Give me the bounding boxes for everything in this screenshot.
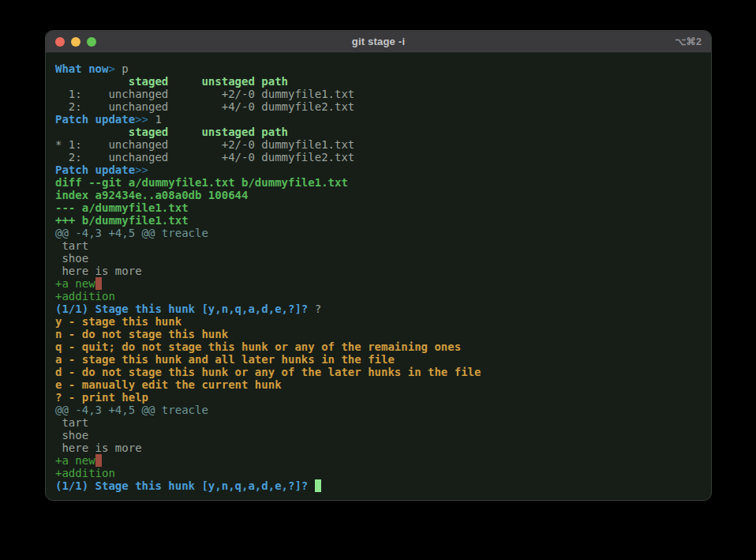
terminal-line: tart bbox=[55, 416, 703, 429]
terminal-output[interactable]: What now> p staged unstaged path 1: unch… bbox=[46, 53, 711, 500]
terminal-text: @@ -4,3 +4,5 @@ treacle bbox=[55, 404, 208, 416]
terminal-text: +++ b/dummyfile1.txt bbox=[55, 214, 189, 227]
terminal-text: +a new bbox=[55, 454, 95, 467]
terminal-line: q - quit; do not stage this hunk or any … bbox=[55, 340, 703, 353]
terminal-text: @@ -4,3 +4,5 @@ treacle bbox=[55, 227, 208, 239]
terminal-text: 2: unchanged +4/-0 dummyfile2.txt bbox=[55, 100, 354, 113]
terminal-text: --- a/dummyfile1.txt bbox=[55, 201, 189, 214]
terminal-text: 2: unchanged +4/-0 dummyfile2.txt bbox=[55, 151, 354, 163]
terminal-text: ? bbox=[315, 303, 321, 315]
terminal-line: +a new bbox=[55, 277, 703, 290]
terminal-text: * 1: unchanged +2/-0 dummyfile1.txt bbox=[55, 138, 354, 151]
terminal-line: tart bbox=[55, 239, 703, 252]
terminal-line: +a new bbox=[55, 454, 703, 467]
terminal-line: Patch update>> 1 bbox=[55, 113, 703, 126]
terminal-text: index a92434e..a08a0db 100644 bbox=[55, 189, 248, 201]
terminal-text: (1/1) Stage this hunk [y,n,q,a,d,e,?]? bbox=[55, 303, 315, 315]
terminal-text: here is more bbox=[55, 442, 142, 454]
terminal-text: e - manually edit the current hunk bbox=[55, 378, 282, 391]
trailing-whitespace-marker bbox=[95, 277, 102, 290]
window-title: git stage -i bbox=[46, 36, 711, 47]
terminal-text: a - stage this hunk and all later hunks … bbox=[55, 353, 395, 366]
terminal-line: @@ -4,3 +4,5 @@ treacle bbox=[55, 404, 703, 416]
terminal-text: staged unstaged path bbox=[55, 126, 288, 138]
terminal-line: here is more bbox=[55, 265, 703, 277]
terminal-line: 2: unchanged +4/-0 dummyfile2.txt bbox=[55, 100, 703, 113]
terminal-line: shoe bbox=[55, 429, 703, 442]
terminal-line: +addition bbox=[55, 290, 703, 303]
title-bar[interactable]: git stage -i ⌥⌘2 bbox=[46, 31, 711, 53]
terminal-line: e - manually edit the current hunk bbox=[55, 378, 703, 391]
terminal-text: +addition bbox=[55, 290, 115, 303]
terminal-line: 1: unchanged +2/-0 dummyfile1.txt bbox=[55, 88, 703, 100]
terminal-line: index a92434e..a08a0db 100644 bbox=[55, 189, 703, 201]
terminal-line: Patch update>> bbox=[55, 163, 703, 176]
terminal-text: y - stage this hunk bbox=[55, 315, 182, 328]
terminal-line: 2: unchanged +4/-0 dummyfile2.txt bbox=[55, 151, 703, 163]
terminal-text: Patch update bbox=[55, 163, 135, 176]
terminal-line: staged unstaged path bbox=[55, 75, 703, 88]
terminal-line: here is more bbox=[55, 442, 703, 454]
terminal-text: here is more bbox=[55, 265, 142, 277]
terminal-line: n - do not stage this hunk bbox=[55, 328, 703, 340]
terminal-line: shoe bbox=[55, 252, 703, 265]
terminal-line: What now> p bbox=[55, 62, 703, 75]
terminal-line: (1/1) Stage this hunk [y,n,q,a,d,e,?]? ? bbox=[55, 303, 703, 315]
terminal-text: +a new bbox=[55, 277, 95, 290]
terminal-text: p bbox=[115, 62, 129, 75]
terminal-text: q - quit; do not stage this hunk or any … bbox=[55, 340, 461, 353]
terminal-cursor bbox=[315, 479, 321, 492]
minimize-button[interactable] bbox=[71, 37, 80, 47]
zoom-button[interactable] bbox=[87, 37, 96, 47]
terminal-line: diff --git a/dummyfile1.txt b/dummyfile1… bbox=[55, 176, 703, 189]
terminal-line: a - stage this hunk and all later hunks … bbox=[55, 353, 703, 366]
terminal-line: y - stage this hunk bbox=[55, 315, 703, 328]
terminal-text: 1: unchanged +2/-0 dummyfile1.txt bbox=[55, 88, 354, 100]
terminal-text: tart bbox=[55, 239, 88, 252]
terminal-text: shoe bbox=[55, 252, 88, 265]
terminal-line: @@ -4,3 +4,5 @@ treacle bbox=[55, 227, 703, 239]
terminal-window: git stage -i ⌥⌘2 What now> p staged unst… bbox=[45, 30, 712, 501]
terminal-line: --- a/dummyfile1.txt bbox=[55, 201, 703, 214]
window-shortcut-badge: ⌥⌘2 bbox=[675, 36, 702, 47]
terminal-text: (1/1) Stage this hunk [y,n,q,a,d,e,?]? bbox=[55, 479, 315, 492]
terminal-text: n - do not stage this hunk bbox=[55, 328, 228, 340]
terminal-text: >> bbox=[135, 113, 148, 126]
traffic-lights bbox=[46, 37, 96, 47]
terminal-line: staged unstaged path bbox=[55, 126, 703, 138]
terminal-text: ? - print help bbox=[55, 391, 148, 404]
terminal-text: tart bbox=[55, 416, 88, 429]
terminal-text: +addition bbox=[55, 467, 115, 479]
terminal-line: ? - print help bbox=[55, 391, 703, 404]
terminal-text: >> bbox=[135, 163, 148, 176]
terminal-text: staged unstaged path bbox=[55, 75, 288, 88]
terminal-line: * 1: unchanged +2/-0 dummyfile1.txt bbox=[55, 138, 703, 151]
terminal-text: Patch update bbox=[55, 113, 135, 126]
terminal-line: d - do not stage this hunk or any of the… bbox=[55, 366, 703, 378]
trailing-whitespace-marker bbox=[95, 454, 102, 467]
terminal-line: +addition bbox=[55, 467, 703, 479]
terminal-text: shoe bbox=[55, 429, 88, 442]
terminal-text: diff --git a/dummyfile1.txt b/dummyfile1… bbox=[55, 176, 348, 189]
terminal-line: +++ b/dummyfile1.txt bbox=[55, 214, 703, 227]
terminal-text: d - do not stage this hunk or any of the… bbox=[55, 366, 481, 378]
terminal-text: What now bbox=[55, 62, 108, 75]
terminal-text: 1 bbox=[148, 113, 162, 126]
terminal-line: (1/1) Stage this hunk [y,n,q,a,d,e,?]? bbox=[55, 479, 703, 492]
terminal-text: > bbox=[108, 62, 114, 75]
close-button[interactable] bbox=[55, 37, 65, 47]
